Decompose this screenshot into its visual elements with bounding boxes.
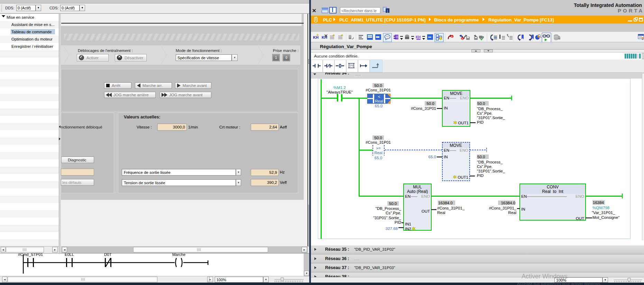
- svg-text:"DB_Process_: "DB_Process_: [376, 206, 402, 211]
- svg-text:Cs".Ppe.: Cs".Ppe.: [477, 164, 493, 169]
- svg-text:??: ??: [350, 64, 353, 68]
- svg-text:Cs".Ppe.: Cs".Ppe.: [386, 211, 401, 215]
- svg-text:#Cons_31P01: #Cons_31P01: [411, 106, 436, 110]
- svg-text:PID: PID: [477, 120, 484, 124]
- svg-text:01: 01: [396, 36, 398, 38]
- svg-text:#Cons_31P01: #Cons_31P01: [366, 88, 391, 92]
- svg-text:16384: 16384: [593, 201, 604, 205]
- svg-text:%QW798: %QW798: [592, 206, 609, 210]
- svg-text:CONV: CONV: [547, 185, 559, 189]
- svg-text:Auto (Real): Auto (Real): [407, 189, 428, 194]
- svg-text:<: <: [378, 95, 380, 99]
- svg-text:Real: Real: [374, 151, 383, 155]
- svg-text:OUT: OUT: [422, 209, 430, 213]
- svg-text:16384.0: 16384.0: [438, 201, 453, 205]
- svg-text:EN: EN: [444, 148, 449, 152]
- svg-text:"31P01".Sortie_: "31P01".Sortie_: [477, 116, 505, 120]
- svg-text:D0T: D0T: [104, 253, 112, 257]
- svg-text:EN: EN: [521, 194, 527, 198]
- svg-text:E0LL: E0LL: [65, 253, 74, 257]
- svg-text:65.0: 65.0: [375, 156, 382, 160]
- svg-text:#Cmd_STP01: #Cmd_STP01: [18, 253, 43, 257]
- svg-text:IN: IN: [521, 207, 525, 211]
- svg-text:K: K: [322, 35, 324, 39]
- svg-text:#Cons_31P01_: #Cons_31P01_: [437, 206, 465, 210]
- svg-text:IN1: IN1: [405, 222, 411, 226]
- svg-text:PID: PID: [477, 173, 484, 178]
- svg-text:x: x: [462, 37, 463, 40]
- svg-text:Cs".Ppe.: Cs".Ppe.: [477, 111, 493, 115]
- svg-text:65.0: 65.0: [429, 155, 436, 159]
- svg-text:ENO: ENO: [460, 148, 468, 152]
- svg-text:Real: Real: [375, 99, 383, 103]
- svg-text:50.0: 50.0: [477, 101, 485, 106]
- svg-text:50.0: 50.0: [374, 83, 382, 88]
- svg-text:"AlwaysTRUE": "AlwaysTRUE": [326, 90, 353, 94]
- svg-text:50.0: 50.0: [426, 101, 434, 106]
- svg-text:MUL: MUL: [413, 185, 422, 189]
- svg-text:OUT: OUT: [576, 216, 584, 221]
- svg-text:Marche: Marche: [172, 253, 185, 257]
- svg-text:ENO: ENO: [576, 194, 584, 198]
- svg-text:H: H: [316, 35, 319, 39]
- svg-text:#Cons_31P01_: #Cons_31P01_: [489, 206, 517, 210]
- svg-text:327.68: 327.68: [386, 226, 398, 231]
- svg-text:K: K: [313, 35, 316, 39]
- svg-text:EN: EN: [444, 96, 449, 100]
- svg-text:MOVE: MOVE: [450, 91, 462, 96]
- svg-text:IN: IN: [444, 106, 448, 110]
- svg-text:PID: PID: [395, 220, 401, 224]
- svg-text:OUT1: OUT1: [458, 175, 468, 179]
- svg-text:"Var_31P01_: "Var_31P01_: [592, 211, 615, 215]
- svg-text:>=: >=: [376, 146, 381, 150]
- svg-text:50.0: 50.0: [477, 155, 485, 159]
- svg-text:16384.0: 16384.0: [501, 201, 515, 205]
- svg-text:ENO: ENO: [460, 96, 469, 100]
- svg-text:x: x: [451, 35, 453, 38]
- svg-text:Real: Real: [437, 211, 445, 215]
- svg-text:65.0: 65.0: [375, 104, 383, 108]
- svg-text:"DB_Process_: "DB_Process_: [477, 107, 503, 111]
- svg-text:ENO: ENO: [421, 194, 430, 198]
- svg-text:IN2: IN2: [405, 227, 411, 231]
- svg-text:Real to Int: Real to Int: [542, 189, 563, 194]
- svg-text:Real: Real: [508, 211, 516, 215]
- svg-text:"31P01".Sortie_: "31P01".Sortie_: [373, 216, 402, 220]
- svg-text:Mot_Consigne": Mot_Consigne": [592, 215, 619, 220]
- svg-text:%M1.2: %M1.2: [333, 86, 346, 90]
- svg-text:IN: IN: [444, 155, 448, 159]
- svg-text:"31P01".Sortie_: "31P01".Sortie_: [477, 169, 505, 173]
- svg-text:EN: EN: [405, 194, 411, 198]
- svg-text:MOVE: MOVE: [450, 143, 462, 148]
- svg-text:50.0: 50.0: [389, 202, 397, 206]
- svg-text:"DB_Process_: "DB_Process_: [477, 160, 503, 164]
- svg-text:OUT1: OUT1: [458, 121, 469, 125]
- svg-text:#Cons_31P01: #Cons_31P01: [366, 140, 391, 144]
- svg-text:H: H: [418, 35, 421, 39]
- svg-text:50.0: 50.0: [374, 136, 382, 140]
